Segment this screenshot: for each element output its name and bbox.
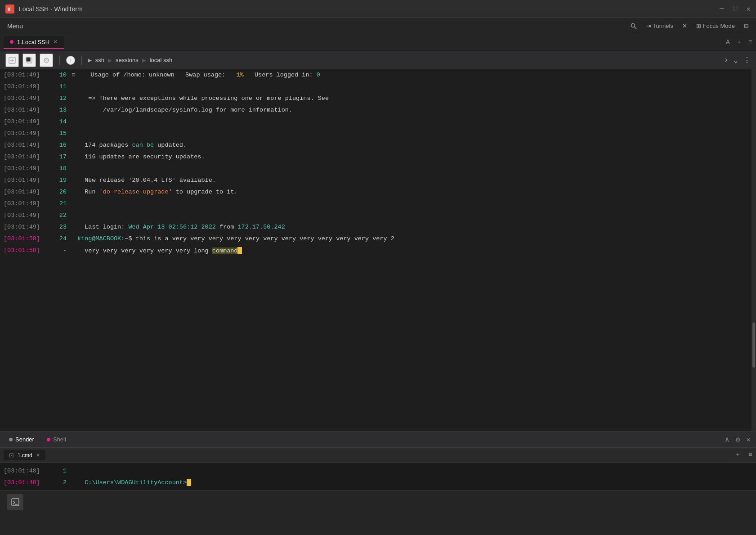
tab-font-button[interactable]: A — [726, 39, 730, 46]
panel-tab-shell[interactable]: Shell — [43, 434, 70, 445]
terminal-wrapper: [03:01:49] 10 ⊟ Usage of /home: unknown … — [0, 69, 756, 431]
tab-dot — [10, 40, 13, 44]
close-tunnels-button[interactable]: ✕ — [682, 22, 687, 29]
title-bar-left: W Local SSH - WindTerm — [5, 4, 83, 13]
line-num: 14 — [49, 118, 72, 125]
panel-tab-label: Shell — [53, 436, 66, 443]
tab-bar: 1.Local SSH ✕ A + ≡ — [0, 34, 756, 51]
line-content: very very very very very very long comma… — [72, 247, 242, 254]
cursor — [237, 247, 242, 254]
line-num: 19 — [49, 177, 72, 184]
layout-button[interactable]: ⊟ — [744, 22, 749, 29]
line-num: 16 — [49, 142, 72, 148]
terminal-icon-button[interactable] — [7, 494, 23, 510]
duplicate-button[interactable] — [22, 54, 36, 67]
main-layout: 1.Local SSH ✕ A + ≡ i ▶ ssh ▶ sessions ▶ — [0, 34, 756, 535]
breadcrumb-sessions: sessions — [116, 57, 139, 63]
panel-file-tab-cmd[interactable]: ⊡ 1.cmd ✕ — [4, 450, 45, 460]
terminal-line: [03:01:49] 15 — [0, 130, 756, 141]
terminal-line: [03:01:49] 10 ⊟ Usage of /home: unknown … — [0, 71, 756, 83]
scrollbar[interactable] — [752, 69, 756, 431]
menu-right: ⇥ Tunnels ✕ ⊞ Focus Mode ⊟ — [630, 22, 749, 30]
terminal-line: [03:01:49] 17 116 updates are security u… — [0, 153, 756, 165]
line-num: 10 — [49, 72, 72, 78]
breadcrumb: ssh ▶ sessions ▶ local ssh — [95, 57, 720, 63]
line-time: [03:01:49] — [0, 153, 49, 160]
line-content: 116 updates are security updates. — [72, 153, 205, 160]
tab-label: 1.Local SSH — [17, 39, 49, 45]
panel-dot — [9, 438, 13, 441]
terminal-line: [03:01:49] 16 174 packages can be update… — [0, 141, 756, 153]
panel-file-tabs-right: + ≡ — [736, 451, 752, 459]
bottom-panel: Sender Shell ∧ ⚙ ✕ ⊡ 1.cmd ✕ + — [0, 431, 756, 490]
terminal-line: [03:01:58] 24 king@MACBOOK:~$ this is a … — [0, 235, 756, 247]
panel-dot-pink — [47, 438, 50, 441]
line-time: [03:01:49] — [0, 200, 49, 207]
breadcrumb-sep1: ▶ — [108, 57, 112, 63]
collapse-button[interactable]: ⊟ — [72, 72, 78, 78]
line-num: 18 — [49, 165, 72, 172]
line-time-active: [03:01:48] — [0, 479, 49, 486]
terminal-area[interactable]: [03:01:49] 10 ⊟ Usage of /home: unknown … — [0, 69, 756, 431]
line-num: 24 — [49, 235, 72, 242]
line-num: 21 — [49, 200, 72, 207]
toolbar-expand-button[interactable]: › — [724, 56, 729, 64]
toolbar-separator — [59, 56, 60, 65]
toolbar-right: › ⌄ ⋮ — [724, 56, 751, 65]
tab-menu-button[interactable]: ≡ — [748, 39, 752, 46]
line-num: 15 — [49, 130, 72, 137]
svg-text:W: W — [8, 7, 11, 12]
svg-point-9 — [44, 58, 49, 63]
line-content: => There were exceptions while processin… — [72, 95, 329, 102]
line-content: C:\Users\WDAGUtilityAccount> — [72, 479, 191, 486]
line-content: Last login: Wed Apr 13 02:56:12 2022 fro… — [72, 224, 285, 230]
minimize-button[interactable]: — — [720, 4, 724, 13]
line-num: 1 — [49, 468, 72, 474]
maximize-button[interactable]: □ — [733, 4, 738, 13]
terminal-line: [03:01:49] 20 Run 'do-release-upgrade' t… — [0, 188, 756, 200]
line-num: 17 — [49, 153, 72, 160]
tab-local-ssh[interactable]: 1.Local SSH ✕ — [4, 36, 64, 49]
settings-button[interactable] — [40, 54, 53, 67]
focus-mode-button[interactable]: ⊞ Focus Mode — [696, 22, 735, 29]
info-button[interactable]: i — [66, 56, 75, 65]
line-time: [03:01:49] — [0, 72, 49, 78]
line-time: [03:01:49] — [0, 130, 49, 137]
file-tab-close[interactable]: ✕ — [36, 452, 40, 458]
line-time: [03:01:49] — [0, 177, 49, 184]
toolbar-menu-button[interactable]: ⋮ — [743, 56, 751, 65]
line-num: 20 — [49, 189, 72, 195]
window-controls: — □ ✕ — [720, 4, 751, 13]
panel-add-tab-button[interactable]: + — [736, 451, 740, 459]
panel-collapse-button[interactable]: ∧ — [725, 435, 729, 444]
menu-item-menu[interactable]: Menu — [7, 22, 23, 30]
svg-line-3 — [635, 27, 636, 29]
breadcrumb-arrow1: ▶ — [88, 57, 92, 64]
breadcrumb-ssh: ssh — [95, 57, 104, 63]
cursor — [187, 479, 191, 486]
line-num: 11 — [49, 83, 72, 90]
toolbar-more-button[interactable]: ⌄ — [734, 56, 738, 65]
new-session-button[interactable] — [5, 54, 19, 67]
panel-tab-menu-button[interactable]: ≡ — [748, 451, 752, 459]
close-button[interactable]: ✕ — [746, 4, 751, 13]
svg-point-2 — [631, 23, 635, 27]
bottom-gray — [0, 490, 756, 535]
line-time: [03:01:49] — [0, 165, 49, 172]
terminal-line: [03:01:49] 11 — [0, 83, 756, 94]
line-content: /var/log/landscape/sysinfo.log for more … — [72, 107, 292, 113]
panel-settings-button[interactable]: ⚙ — [736, 435, 740, 444]
terminal-line: [03:01:49] 12 => There were exceptions w… — [0, 94, 756, 106]
title-bar: W Local SSH - WindTerm — □ ✕ — [0, 0, 756, 18]
panel-controls: ∧ ⚙ ✕ — [725, 435, 751, 444]
scrollbar-thumb[interactable] — [752, 323, 755, 368]
panel-line: [03:01:48] 2 C:\Users\WDAGUtilityAccount… — [0, 477, 756, 488]
terminal-line: [03:01:49] 14 — [0, 118, 756, 130]
tab-close-button[interactable]: ✕ — [53, 39, 58, 45]
panel-tab-label: Sender — [15, 436, 34, 443]
search-button[interactable] — [630, 22, 637, 30]
panel-tab-sender[interactable]: Sender — [5, 434, 38, 445]
tunnels-button[interactable]: ⇥ Tunnels — [646, 22, 673, 29]
tab-add-button[interactable]: + — [737, 39, 741, 46]
panel-close-button[interactable]: ✕ — [746, 435, 751, 444]
